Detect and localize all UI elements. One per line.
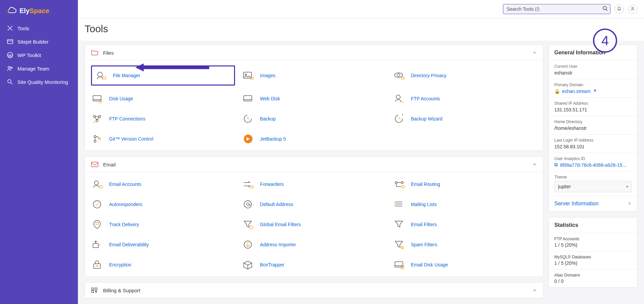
svg-rect-17 bbox=[244, 96, 252, 101]
theme-select[interactable]: jupiter bbox=[554, 181, 632, 192]
panel-head-billing[interactable]: Billing & Support bbox=[85, 283, 543, 298]
envelope-icon bbox=[91, 161, 98, 167]
jetbackup-icon bbox=[242, 134, 254, 144]
svg-point-37 bbox=[401, 182, 403, 184]
tool-label: Disk Usage bbox=[109, 96, 133, 101]
tool-label: Mailing Lists bbox=[411, 202, 437, 207]
backup-icon bbox=[242, 114, 254, 124]
search-input[interactable] bbox=[503, 4, 610, 14]
svg-point-5 bbox=[603, 6, 606, 10]
tool-email-disk-usage[interactable]: Email Disk Usage bbox=[393, 258, 537, 272]
sidebar-item-sitejet[interactable]: Sitejet Builder bbox=[0, 35, 78, 48]
stat-label: MySQL® Databases bbox=[554, 255, 632, 259]
tool-ftp-accounts[interactable]: FTP FTP Accounts bbox=[393, 92, 537, 106]
stat-value-mysql: 1 / 5 (20%) bbox=[554, 260, 632, 266]
tool-directory-privacy[interactable]: Directory Privacy bbox=[393, 65, 537, 86]
primary-domain-link[interactable]: 🔒eshan.stream bbox=[554, 89, 596, 94]
autoresponders-icon bbox=[92, 199, 103, 209]
svg-rect-45 bbox=[96, 222, 98, 224]
tool-encryption[interactable]: Encryption bbox=[91, 258, 235, 272]
tool-label: Global Email Filters bbox=[260, 222, 301, 227]
tool-label: Track Delivery bbox=[109, 222, 139, 227]
statistics-panel: Statistics FTP Accounts 1 / 5 (20%) MySQ… bbox=[549, 217, 637, 288]
tool-jetbackup[interactable]: JetBackup 5 bbox=[242, 132, 386, 146]
svg-point-27 bbox=[94, 140, 96, 142]
tool-ftp-connections[interactable]: FTP FTP Connections bbox=[91, 112, 235, 126]
tool-label: Email Filters bbox=[411, 222, 437, 227]
tool-backup[interactable]: Backup bbox=[242, 112, 386, 126]
sidebar-item-wp-toolkit[interactable]: WP Toolkit bbox=[0, 48, 78, 62]
panel-title: Email bbox=[103, 162, 116, 167]
info-value-shared-ip: 131.153.51.171 bbox=[554, 107, 632, 112]
notifications-button[interactable] bbox=[614, 4, 624, 14]
panel-billing: Billing & Support bbox=[85, 282, 543, 299]
directory-privacy-icon bbox=[394, 70, 405, 81]
tool-default-address[interactable]: Default Address bbox=[242, 197, 386, 211]
svg-point-13 bbox=[397, 74, 400, 77]
tool-mailing-lists[interactable]: Mailing Lists bbox=[393, 197, 537, 211]
chevron-up-icon[interactable] bbox=[532, 288, 537, 293]
file-manager-icon bbox=[95, 70, 107, 81]
svg-rect-32 bbox=[91, 162, 98, 167]
tool-address-importer[interactable]: Address Importer bbox=[242, 238, 386, 252]
svg-rect-50 bbox=[94, 264, 100, 268]
lock-icon: 🔒 bbox=[554, 89, 560, 94]
tool-backup-wizard[interactable]: Backup Wizard bbox=[393, 112, 537, 126]
tool-track-delivery[interactable]: Track Delivery bbox=[91, 217, 235, 232]
tool-email-filters[interactable]: Email Filters bbox=[393, 217, 537, 232]
svg-point-42 bbox=[394, 202, 395, 203]
billing-icon bbox=[91, 287, 98, 293]
svg-rect-8 bbox=[103, 77, 106, 79]
panel-head-files[interactable]: Files bbox=[85, 45, 543, 61]
svg-point-33 bbox=[94, 181, 98, 185]
page-title: Tools bbox=[85, 23, 637, 35]
tool-web-disk[interactable]: Web Disk bbox=[242, 92, 386, 106]
svg-point-12 bbox=[395, 73, 403, 78]
tool-disk-usage[interactable]: Disk Usage bbox=[91, 92, 235, 106]
tool-images[interactable]: Images bbox=[242, 65, 386, 86]
stat-value-alias: 0 / 0 bbox=[554, 278, 632, 284]
svg-point-51 bbox=[96, 265, 98, 267]
svg-point-3 bbox=[11, 67, 12, 69]
tool-email-accounts[interactable]: Email Accounts bbox=[91, 177, 235, 191]
server-information-link[interactable]: Server Information bbox=[549, 196, 637, 211]
svg-rect-59 bbox=[555, 163, 557, 165]
tool-git[interactable]: Git™ Version Control bbox=[91, 132, 235, 146]
spam-filters-icon bbox=[394, 240, 405, 250]
tool-boxtrapper[interactable]: BoxTrapper bbox=[242, 258, 386, 272]
sidebar-item-manage-team[interactable]: Manage Team bbox=[0, 62, 78, 75]
info-label: Primary Domain bbox=[554, 83, 632, 87]
sidebar-item-label: Manage Team bbox=[17, 66, 49, 71]
tool-spam-filters[interactable]: Spam Filters bbox=[393, 238, 537, 252]
tool-label: FTP Connections bbox=[109, 116, 145, 121]
panel-head-email[interactable]: Email bbox=[85, 157, 543, 172]
user-button[interactable] bbox=[628, 4, 637, 14]
tool-global-email-filters[interactable]: Global Email Filters bbox=[242, 217, 386, 232]
analytics-id-link[interactable]: 8f99a77d-76c6-4068-a928-15… bbox=[554, 162, 627, 168]
chevron-up-icon[interactable] bbox=[532, 50, 537, 55]
search-wrap bbox=[503, 4, 610, 14]
stat-value-ftp: 1 / 5 (20%) bbox=[554, 242, 632, 248]
sidebar-item-tools[interactable]: Tools bbox=[0, 21, 78, 35]
tool-label: Spam Filters bbox=[411, 242, 438, 247]
search-icon[interactable] bbox=[602, 6, 608, 12]
tool-label: Git™ Version Control bbox=[109, 136, 153, 142]
tool-autoresponders[interactable]: Autoresponders bbox=[91, 197, 235, 211]
tool-file-manager[interactable]: File Manager bbox=[91, 65, 235, 86]
sidebar-item-site-quality[interactable]: Site Quality Monitoring bbox=[0, 75, 78, 89]
stat-label: Alias Domains bbox=[554, 273, 632, 277]
svg-point-2 bbox=[8, 66, 10, 68]
svg-rect-34 bbox=[99, 186, 102, 188]
svg-rect-53 bbox=[401, 266, 404, 269]
tool-forwarders[interactable]: Forwarders bbox=[242, 177, 386, 191]
tool-label: Default Address bbox=[260, 202, 293, 207]
svg-point-36 bbox=[395, 182, 397, 184]
svg-rect-47 bbox=[93, 244, 98, 248]
tool-email-deliverability[interactable]: Email Deliverability bbox=[91, 238, 235, 252]
default-address-icon bbox=[242, 199, 254, 209]
chevron-up-icon[interactable] bbox=[532, 162, 537, 167]
panel-title: Billing & Support bbox=[103, 288, 140, 293]
copy-icon bbox=[554, 162, 558, 168]
tool-email-routing[interactable]: Email Routing bbox=[393, 177, 537, 191]
svg-text:FTP: FTP bbox=[93, 121, 98, 123]
